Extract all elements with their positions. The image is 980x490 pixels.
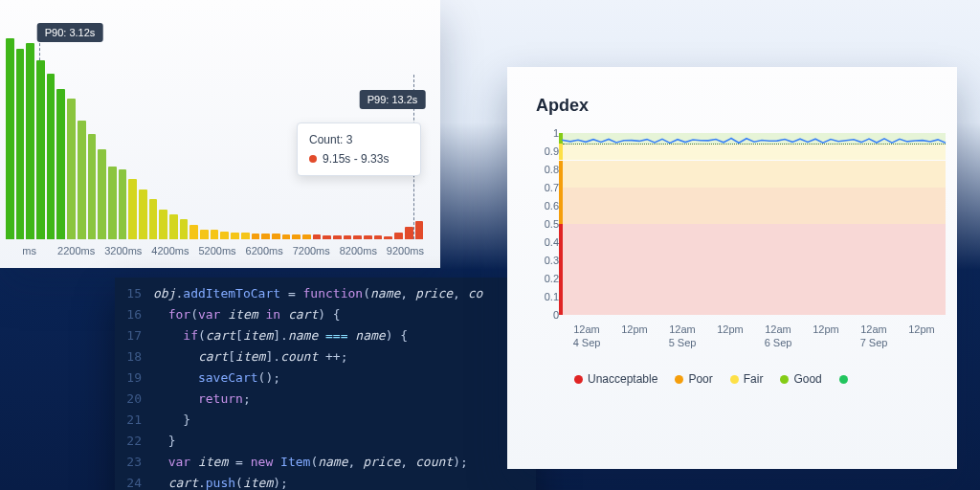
histogram-bar[interactable] bbox=[169, 214, 178, 239]
code-line[interactable]: 16 for(var item in cart) { bbox=[115, 304, 536, 325]
histogram-bar[interactable] bbox=[128, 179, 137, 239]
histogram-bar[interactable] bbox=[26, 43, 34, 239]
apdex-y-tick: 0.1 bbox=[536, 291, 559, 302]
histogram-x-tick: 7200ms bbox=[288, 245, 335, 262]
histogram-bar[interactable] bbox=[6, 38, 14, 239]
histogram-bar[interactable] bbox=[333, 235, 342, 239]
histogram-x-tick: 4200ms bbox=[146, 245, 193, 262]
histogram-bar[interactable] bbox=[405, 227, 413, 239]
code-line[interactable]: 20 return; bbox=[115, 389, 536, 410]
histogram-bar[interactable] bbox=[241, 233, 250, 239]
legend-label: Unacceptable bbox=[588, 372, 657, 386]
histogram-x-tick: 3200ms bbox=[100, 245, 146, 262]
histogram-x-tick: 8200ms bbox=[335, 245, 382, 262]
apdex-legend: UnacceptablePoorFairGood bbox=[574, 372, 957, 386]
histogram-bar[interactable] bbox=[231, 233, 239, 239]
code-line[interactable]: 15obj.addItemToCart = function(name, pri… bbox=[115, 283, 536, 304]
tooltip-range: 9.15s - 9.33s bbox=[323, 152, 389, 166]
code-line[interactable]: 18 cart[item].count ++; bbox=[115, 346, 536, 368]
code-text: return; bbox=[153, 389, 251, 410]
histogram-bar[interactable] bbox=[67, 99, 76, 239]
histogram-bar[interactable] bbox=[88, 134, 97, 239]
apdex-x-tick: 12pm bbox=[706, 323, 754, 349]
histogram-bar[interactable] bbox=[282, 234, 291, 239]
histogram-bar[interactable] bbox=[180, 219, 189, 239]
histogram-bar[interactable] bbox=[139, 189, 147, 240]
histogram-bar[interactable] bbox=[47, 74, 56, 239]
apdex-y-tick: 0.5 bbox=[536, 218, 559, 230]
histogram-x-tick: 5200ms bbox=[193, 245, 240, 262]
apdex-y-tick: 0.4 bbox=[536, 236, 559, 248]
histogram-x-tick: 6200ms bbox=[241, 245, 288, 262]
code-line[interactable]: 22 } bbox=[115, 431, 536, 452]
tooltip-dot-icon bbox=[309, 155, 317, 163]
apdex-legend-item: Poor bbox=[675, 372, 712, 386]
histogram-bar[interactable] bbox=[292, 234, 301, 239]
histogram-bar[interactable] bbox=[78, 121, 86, 239]
line-number: 20 bbox=[115, 389, 153, 410]
code-line[interactable]: 17 if(cart[item].name === name) { bbox=[115, 325, 536, 346]
histogram-bar[interactable] bbox=[189, 225, 198, 239]
legend-swatch-icon bbox=[780, 375, 789, 384]
histogram-bar[interactable] bbox=[98, 149, 106, 240]
apdex-series-line bbox=[563, 131, 946, 154]
histogram-bar[interactable] bbox=[384, 236, 392, 239]
histogram-bar[interactable] bbox=[394, 233, 403, 239]
code-text: var item = new Item(name, price, count); bbox=[153, 452, 468, 473]
histogram-bar[interactable] bbox=[159, 210, 167, 240]
apdex-x-tick: 12am6 Sep bbox=[754, 323, 802, 349]
apdex-y-tick: 0.2 bbox=[536, 273, 559, 284]
legend-label: Good bbox=[793, 372, 821, 386]
histogram-bar[interactable] bbox=[36, 60, 45, 239]
code-line[interactable]: 23 var item = new Item(name, price, coun… bbox=[115, 452, 536, 473]
histogram-bar[interactable] bbox=[200, 230, 209, 240]
histogram-bar[interactable] bbox=[220, 232, 229, 239]
histogram-bar[interactable] bbox=[353, 235, 362, 239]
apdex-x-tick: 12pm bbox=[802, 323, 850, 349]
line-number: 19 bbox=[115, 368, 153, 389]
histogram-bar[interactable] bbox=[56, 89, 65, 240]
legend-label: Fair bbox=[744, 372, 764, 386]
latency-histogram-panel: P90: 3.12s P99: 13.2s Count: 3 9.15s - 9… bbox=[0, 0, 440, 268]
apdex-y-tick: 0.6 bbox=[536, 200, 559, 212]
histogram-bar[interactable] bbox=[261, 234, 270, 239]
histogram-bar[interactable] bbox=[344, 235, 352, 239]
apdex-threshold-bar bbox=[559, 224, 563, 315]
line-number: 22 bbox=[115, 431, 153, 452]
histogram-bar[interactable] bbox=[374, 235, 383, 239]
apdex-band bbox=[563, 224, 946, 315]
apdex-y-tick: 1 bbox=[536, 127, 559, 139]
histogram-x-tick: 9200ms bbox=[382, 245, 429, 262]
apdex-y-tick: 0.7 bbox=[536, 182, 559, 193]
code-line[interactable]: 21 } bbox=[115, 410, 536, 431]
line-number: 21 bbox=[115, 410, 153, 431]
histogram-bar[interactable] bbox=[302, 234, 311, 239]
line-number: 15 bbox=[115, 283, 153, 304]
histogram-bar[interactable] bbox=[119, 169, 127, 240]
code-line[interactable]: 19 saveCart(); bbox=[115, 368, 536, 389]
histogram-bar[interactable] bbox=[272, 234, 280, 239]
histogram-bar[interactable] bbox=[16, 49, 25, 240]
histogram-bar[interactable] bbox=[149, 199, 158, 239]
histogram-bar[interactable] bbox=[252, 234, 260, 239]
apdex-y-tick: 0.9 bbox=[536, 145, 559, 157]
code-text: } bbox=[153, 431, 175, 452]
histogram-bar[interactable] bbox=[415, 221, 424, 239]
apdex-y-tick: 0.3 bbox=[536, 255, 559, 266]
code-editor-panel[interactable]: 15obj.addItemToCart = function(name, pri… bbox=[115, 278, 536, 490]
histogram-tooltip: Count: 3 9.15s - 9.33s bbox=[297, 122, 421, 176]
apdex-plot[interactable]: 10.90.80.70.60.50.40.30.20.10 bbox=[563, 133, 946, 315]
code-line[interactable]: 24 cart.push(item); bbox=[115, 473, 536, 490]
histogram-x-tick: 2200ms bbox=[53, 245, 100, 262]
histogram-bar[interactable] bbox=[108, 167, 117, 239]
histogram-bar[interactable] bbox=[323, 235, 331, 239]
apdex-y-tick: 0 bbox=[536, 309, 559, 321]
histogram-bar[interactable] bbox=[364, 235, 372, 239]
legend-swatch-icon bbox=[574, 375, 583, 384]
code-text: cart[item].count ++; bbox=[153, 346, 348, 368]
histogram-bar[interactable] bbox=[313, 234, 322, 239]
apdex-band bbox=[563, 188, 946, 224]
code-text: saveCart(); bbox=[153, 368, 280, 389]
histogram-bar[interactable] bbox=[211, 230, 219, 240]
apdex-panel: Apdex 10.90.80.70.60.50.40.30.20.10 12am… bbox=[507, 67, 957, 469]
